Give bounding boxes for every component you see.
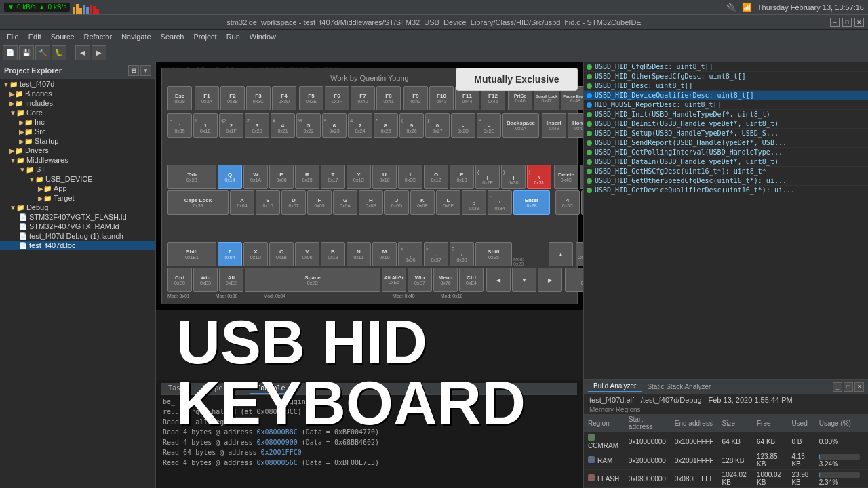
key-f10[interactable]: F100x43 bbox=[429, 86, 454, 110]
tree-item-core[interactable]: ▼📁 Core bbox=[0, 108, 155, 117]
key-2[interactable]: @20x1F bbox=[219, 113, 243, 138]
key-7[interactable]: &70x24 bbox=[348, 113, 372, 138]
debug-button[interactable]: 🐛 bbox=[52, 45, 66, 60]
maximize-button[interactable]: □ bbox=[842, 18, 852, 27]
tab-tasks[interactable]: Tasks bbox=[161, 383, 195, 394]
key-f1[interactable]: F10x3A bbox=[195, 86, 219, 110]
key-minus[interactable]: _-0x2D bbox=[451, 113, 475, 138]
key-b[interactable]: B0x19 bbox=[321, 242, 345, 266]
key-left[interactable]: ◀ bbox=[486, 268, 511, 292]
key-f2[interactable]: F20x3B bbox=[220, 86, 245, 110]
minimize-panel-button[interactable]: _ bbox=[833, 382, 842, 392]
key-p[interactable]: P0x13 bbox=[450, 165, 474, 189]
key-1[interactable]: !10x1E bbox=[193, 113, 218, 138]
tree-item-middlewares[interactable]: ▼📁 Middlewares bbox=[0, 155, 155, 165]
menu-navigate[interactable]: Navigate bbox=[117, 31, 155, 42]
new-button[interactable]: 📄 bbox=[3, 45, 18, 60]
key-f[interactable]: F0x09 bbox=[307, 190, 332, 215]
menu-window[interactable]: Window bbox=[245, 31, 280, 42]
key-lctrl[interactable]: Ctrl0xE0 bbox=[167, 268, 192, 292]
key-plus[interactable]: +=0x2E bbox=[477, 113, 501, 138]
key-num5[interactable]: 50x5D bbox=[581, 190, 583, 215]
menu-run[interactable]: Run bbox=[222, 31, 244, 42]
rp-item[interactable]: USBD_HID_GetOtherSpeedCfgDesc(uint16_t*)… bbox=[584, 176, 868, 186]
key-x[interactable]: X0x1D bbox=[243, 242, 268, 266]
key-f3[interactable]: F30x3C bbox=[246, 86, 271, 110]
key-6[interactable]: ^60x23 bbox=[322, 113, 347, 138]
key-rctrl[interactable]: Ctrl0xE4 bbox=[459, 268, 484, 292]
key-slash[interactable]: ?/0x38 bbox=[450, 242, 474, 266]
forward-button[interactable]: ▶ bbox=[92, 45, 106, 60]
key-n[interactable]: N0x11 bbox=[347, 242, 371, 266]
key-4[interactable]: $40x21 bbox=[271, 113, 295, 138]
menu-file[interactable]: File bbox=[3, 31, 23, 42]
key-end[interactable]: End0x4D bbox=[580, 165, 583, 189]
menu-refactor[interactable]: Refactor bbox=[80, 31, 117, 42]
rp-item[interactable]: HID_MOUSE_ReportDesc: uint8_t[] bbox=[584, 100, 868, 110]
build-button[interactable]: 🔨 bbox=[35, 45, 50, 60]
key-quote[interactable]: "'0x34 bbox=[488, 190, 512, 215]
explorer-menu-button[interactable]: ▼ bbox=[140, 65, 151, 76]
key-h[interactable]: H0x0B bbox=[359, 190, 383, 215]
tree-item-launch[interactable]: 📄 test_f407d Debug (1).launch bbox=[0, 231, 155, 241]
table-row[interactable]: RAM 0x20000000 0x2001FFFF 128 KB 123.85 … bbox=[584, 451, 868, 470]
tree-item-st[interactable]: ▼📁 ST bbox=[0, 165, 155, 174]
menu-source[interactable]: Source bbox=[47, 31, 79, 42]
tree-item-ram-ld[interactable]: 📄 STM32F407VGTX_RAM.ld bbox=[0, 222, 155, 231]
tree-item-src[interactable]: ▶📁 Src bbox=[0, 127, 155, 136]
key-j[interactable]: J0x0D bbox=[384, 190, 409, 215]
rp-item[interactable]: USBD_HID_CfgHSDesc: uint8_t[] bbox=[584, 62, 868, 72]
key-num4[interactable]: 40x5C bbox=[555, 190, 580, 215]
rp-item[interactable]: USBD_HID_Desc: uint8_t[] bbox=[584, 81, 868, 91]
key-0[interactable]: )00x27 bbox=[425, 113, 450, 138]
key-delete[interactable]: Delete0x4C bbox=[554, 165, 578, 189]
key-backspace[interactable]: Backspace0x2A bbox=[502, 113, 539, 138]
key-capslock[interactable]: Caps Lock0x39 bbox=[167, 190, 229, 215]
key-5[interactable]: %50x22 bbox=[296, 113, 321, 138]
key-rbracket[interactable]: }]0x30 bbox=[501, 165, 526, 189]
menu-edit[interactable]: Edit bbox=[24, 31, 45, 42]
key-f9[interactable]: F90x42 bbox=[403, 86, 428, 110]
table-row[interactable]: CCMRAM 0x10000000 0x1000FFFF 64 KB 64 KB… bbox=[584, 432, 868, 451]
minimize-button[interactable]: – bbox=[830, 18, 840, 27]
key-enter[interactable]: Enter0x28 bbox=[513, 190, 550, 215]
key-rwin[interactable]: Win0xE7 bbox=[408, 268, 432, 292]
key-num1[interactable]: 10x59 End bbox=[576, 242, 583, 266]
table-row[interactable]: FLASH 0x08000000 0x080FFFFF 1024.02 KB 1… bbox=[584, 470, 868, 488]
key-up[interactable]: ▲ bbox=[549, 242, 573, 266]
key-u[interactable]: U0x18 bbox=[372, 165, 397, 189]
rp-item[interactable]: USBD_HID_DeInit(USBD_HandleTypeDef*, uin… bbox=[584, 119, 868, 129]
key-lshift[interactable]: Shift0x1E1 bbox=[167, 242, 216, 266]
key-lalt[interactable]: Alt0xE2 bbox=[219, 268, 243, 292]
tree-item-drivers[interactable]: ▶📁 Drivers bbox=[0, 146, 155, 155]
key-r[interactable]: R0x15 bbox=[295, 165, 319, 189]
tree-item-flash-ld[interactable]: 📄 STM32F407VGTX_FLASH.ld bbox=[0, 212, 155, 222]
key-tab[interactable]: Tab0x2B bbox=[167, 165, 216, 189]
key-tilde[interactable]: ~`0x35 bbox=[167, 113, 192, 138]
key-g[interactable]: G0x0A bbox=[333, 190, 357, 215]
key-f7[interactable]: F70x40 bbox=[351, 86, 375, 110]
save-button[interactable]: 💾 bbox=[19, 45, 34, 60]
tree-item-startup[interactable]: ▶📁 Startup bbox=[0, 136, 155, 146]
key-space[interactable]: Space0x2C bbox=[245, 268, 380, 292]
key-f8[interactable]: F80x41 bbox=[376, 86, 401, 110]
key-semicolon[interactable]: :;0x33 bbox=[462, 190, 486, 215]
key-8[interactable]: *80x25 bbox=[374, 113, 398, 138]
key-comma[interactable]: <,0x36 bbox=[398, 242, 422, 266]
key-ralt[interactable]: Alt AltGr0xE6 bbox=[382, 268, 406, 292]
collapse-all-button[interactable]: ⊟ bbox=[128, 65, 139, 76]
menu-search[interactable]: Search bbox=[157, 31, 189, 42]
key-right[interactable]: ▶ bbox=[538, 268, 562, 292]
key-e[interactable]: E0x08 bbox=[269, 165, 294, 189]
tree-item-inc[interactable]: ▶📁 Inc bbox=[0, 117, 155, 127]
key-t[interactable]: T0x17 bbox=[321, 165, 345, 189]
key-esc[interactable]: Esc0x29 bbox=[167, 86, 192, 110]
tree-item-includes[interactable]: ▶📁 Includes bbox=[0, 98, 155, 108]
rp-item[interactable]: USBD_HID_GetHSCfgDesc(uint16_t*): uint8_… bbox=[584, 167, 868, 176]
tab-console[interactable]: Console bbox=[250, 383, 292, 394]
rp-item[interactable]: USBD_HID_GetDeviceQualifierDesc(uint16_t… bbox=[584, 186, 868, 195]
rp-item[interactable]: USBD_HID_GetPollingInterval(USBD_HandleT… bbox=[584, 148, 868, 157]
rp-item[interactable]: USBD_HID_OtherSpeedCfgDesc: uint8_t[] bbox=[584, 72, 868, 81]
key-k[interactable]: K0x0E bbox=[410, 190, 435, 215]
key-z[interactable]: Z0x64 bbox=[218, 242, 242, 266]
